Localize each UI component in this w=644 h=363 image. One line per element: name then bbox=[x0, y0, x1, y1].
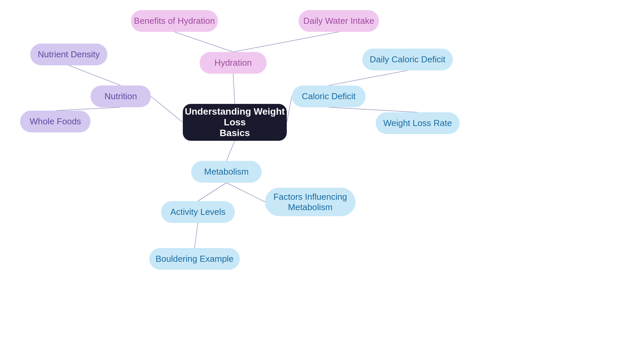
caloric-deficit-label: Caloric Deficit bbox=[302, 91, 356, 102]
svg-line-0 bbox=[233, 74, 235, 104]
daily-water-intake-node[interactable]: Daily Water Intake bbox=[299, 10, 379, 32]
bouldering-example-label: Bouldering Example bbox=[156, 254, 234, 264]
svg-line-3 bbox=[151, 97, 183, 123]
daily-caloric-deficit-label: Daily Caloric Deficit bbox=[370, 54, 445, 65]
svg-line-11 bbox=[226, 183, 265, 202]
factors-influencing-metabolism-label: Factors Influencing Metabolism bbox=[273, 192, 347, 213]
weight-loss-rate-node[interactable]: Weight Loss Rate bbox=[376, 112, 460, 134]
whole-foods-label: Whole Foods bbox=[30, 116, 81, 127]
metabolism-node[interactable]: Metabolism bbox=[191, 161, 262, 183]
metabolism-label: Metabolism bbox=[204, 167, 249, 177]
hydration-node[interactable]: Hydration bbox=[200, 52, 267, 74]
daily-water-intake-label: Daily Water Intake bbox=[303, 16, 374, 26]
whole-foods-node[interactable]: Whole Foods bbox=[20, 111, 91, 132]
nutrient-density-label: Nutrient Density bbox=[38, 49, 100, 60]
hydration-label: Hydration bbox=[214, 58, 252, 68]
svg-line-7 bbox=[329, 70, 408, 85]
svg-line-4 bbox=[69, 65, 121, 85]
svg-line-2 bbox=[233, 32, 339, 52]
svg-line-10 bbox=[198, 183, 226, 201]
center-label: Understanding Weight Loss Basics bbox=[183, 106, 287, 138]
bouldering-example-node[interactable]: Bouldering Example bbox=[149, 248, 240, 270]
benefits-of-hydration-node[interactable]: Benefits of Hydration bbox=[131, 10, 218, 32]
nutrition-node[interactable]: Nutrition bbox=[91, 85, 151, 107]
factors-influencing-metabolism-node[interactable]: Factors Influencing Metabolism bbox=[265, 188, 356, 216]
svg-line-5 bbox=[55, 107, 121, 111]
svg-line-1 bbox=[174, 32, 233, 52]
svg-line-12 bbox=[195, 223, 198, 248]
svg-line-9 bbox=[226, 141, 235, 161]
svg-line-6 bbox=[287, 97, 292, 123]
activity-levels-label: Activity Levels bbox=[170, 207, 226, 217]
nutrition-label: Nutrition bbox=[105, 91, 137, 102]
nutrient-density-node[interactable]: Nutrient Density bbox=[30, 44, 107, 65]
daily-caloric-deficit-node[interactable]: Daily Caloric Deficit bbox=[362, 49, 453, 70]
svg-line-8 bbox=[329, 107, 418, 112]
weight-loss-rate-label: Weight Loss Rate bbox=[383, 118, 452, 128]
benefits-of-hydration-label: Benefits of Hydration bbox=[134, 16, 215, 26]
activity-levels-node[interactable]: Activity Levels bbox=[161, 201, 235, 223]
caloric-deficit-node[interactable]: Caloric Deficit bbox=[292, 85, 366, 107]
center-node[interactable]: Understanding Weight Loss Basics bbox=[183, 104, 287, 141]
